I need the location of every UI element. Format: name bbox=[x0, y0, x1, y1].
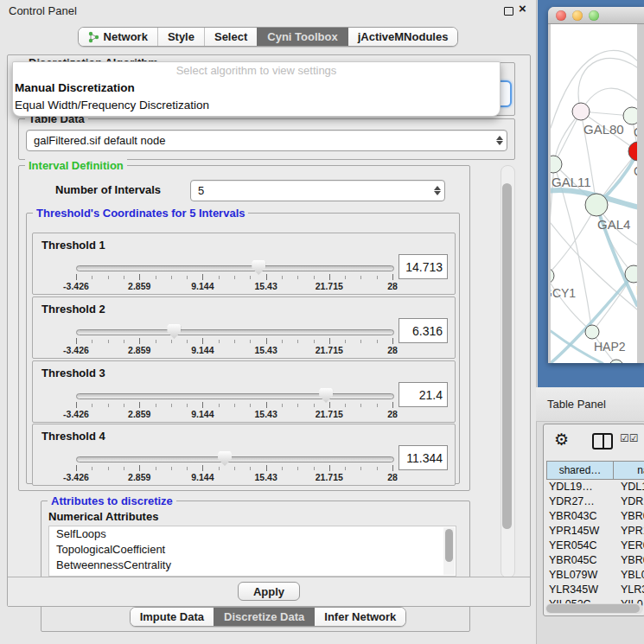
network-node[interactable] bbox=[572, 103, 590, 120]
slider-ticks bbox=[76, 465, 392, 472]
slider-thumb[interactable] bbox=[167, 324, 181, 339]
slider-track[interactable] bbox=[76, 456, 394, 462]
close-panel-icon[interactable]: × bbox=[519, 1, 526, 16]
cell-name[interactable]: YBL0 bbox=[616, 568, 644, 583]
tab-style[interactable]: Style bbox=[157, 28, 204, 46]
network-node[interactable] bbox=[628, 142, 637, 161]
slider-tick-labels: -3.4262.8599.14415.4321.71528 bbox=[76, 281, 392, 291]
tick-mark bbox=[124, 276, 124, 279]
cell-shared-name[interactable]: YER054C bbox=[546, 539, 616, 553]
table-row[interactable]: YDR27…YDR2 bbox=[546, 494, 644, 509]
scrollbar-thumb[interactable] bbox=[502, 183, 512, 529]
threshold-value-field[interactable] bbox=[399, 318, 448, 343]
network-edge[interactable] bbox=[551, 205, 596, 277]
tab-network[interactable]: Network bbox=[79, 28, 157, 46]
cell-name[interactable]: YDL1 bbox=[616, 480, 644, 494]
threshold-value-field[interactable] bbox=[399, 445, 448, 470]
network-edge[interactable] bbox=[596, 205, 634, 274]
network-node[interactable] bbox=[623, 107, 637, 124]
tick-mark bbox=[360, 467, 361, 470]
table-horizontal-scrollbar[interactable] bbox=[545, 603, 643, 614]
table-data-combo[interactable]: galFiltered.sif default node bbox=[26, 130, 507, 151]
tick-mark bbox=[187, 467, 188, 470]
zoom-button[interactable] bbox=[589, 10, 599, 21]
threshold-value-field[interactable] bbox=[399, 254, 448, 279]
cell-name[interactable]: YLR3 bbox=[616, 583, 644, 597]
cell-shared-name[interactable]: YDL19… bbox=[546, 480, 616, 494]
column-header-name[interactable]: na bbox=[613, 461, 644, 480]
attribute-item[interactable]: SelfLoops bbox=[49, 526, 456, 542]
network-edge[interactable] bbox=[551, 277, 592, 332]
column-checkbox-icons[interactable]: ☑☑ bbox=[620, 432, 639, 444]
table-row[interactable]: YBR043CYBR0 bbox=[546, 509, 644, 524]
slider-thumb[interactable] bbox=[319, 388, 333, 403]
tick-label: 15.43 bbox=[254, 472, 277, 482]
tab-infer-network[interactable]: Infer Network bbox=[314, 608, 405, 626]
attributes-list-scrollbar[interactable] bbox=[443, 527, 455, 575]
split-view-icon[interactable] bbox=[592, 433, 613, 450]
slider-track[interactable] bbox=[76, 393, 394, 399]
attribute-item[interactable]: TopologicalCoefficient bbox=[49, 542, 456, 558]
minimize-button[interactable] bbox=[572, 10, 583, 21]
threshold-slider[interactable]: -3.4262.8599.14415.4321.71528 bbox=[76, 450, 392, 483]
float-panel-icon[interactable] bbox=[504, 7, 513, 16]
table-row[interactable]: YLR345WYLR3 bbox=[546, 583, 644, 597]
cell-name[interactable]: YDR2 bbox=[616, 494, 644, 509]
table-row[interactable]: YBL079WYBL0 bbox=[546, 568, 644, 583]
cell-shared-name[interactable]: YBR043C bbox=[546, 509, 616, 524]
scrollbar-thumb[interactable] bbox=[546, 604, 640, 613]
network-node[interactable] bbox=[585, 325, 599, 339]
table-row[interactable]: YBR045CYBR0 bbox=[546, 553, 644, 568]
column-header-shared[interactable]: shared… bbox=[546, 461, 614, 480]
cell-shared-name[interactable]: YBR045C bbox=[546, 553, 616, 568]
threshold-slider[interactable]: -3.4262.8599.14415.4321.71528 bbox=[76, 387, 392, 420]
cell-name[interactable]: YBR0 bbox=[616, 553, 644, 568]
network-node[interactable] bbox=[609, 360, 623, 363]
gear-icon[interactable]: ⚙ bbox=[554, 430, 569, 450]
slider-ticks bbox=[76, 402, 392, 409]
tick-mark bbox=[219, 276, 220, 279]
cell-shared-name[interactable]: YPR145W bbox=[546, 524, 616, 539]
slider-track[interactable] bbox=[76, 265, 394, 271]
network-canvas[interactable]: GAL80GCGAL11GAL4GCY1HHAP2 bbox=[551, 24, 637, 363]
popup-option-manual[interactable]: Manual Discretization bbox=[13, 80, 500, 97]
apply-button[interactable]: Apply bbox=[238, 582, 300, 601]
panel-vertical-scrollbar[interactable] bbox=[501, 165, 515, 578]
num-intervals-combo[interactable]: 5 bbox=[190, 180, 445, 201]
network-edge[interactable] bbox=[578, 58, 637, 112]
tab-discretize-data[interactable]: Discretize Data bbox=[214, 608, 314, 626]
tab-jactivemnodules[interactable]: jActiveMNodules bbox=[348, 28, 458, 46]
threshold-slider[interactable]: -3.4262.8599.14415.4321.71528 bbox=[76, 259, 392, 292]
tab-cyni-toolbox[interactable]: Cyni Toolbox bbox=[257, 28, 347, 46]
tick-mark bbox=[377, 276, 378, 279]
slider-thumb[interactable] bbox=[252, 260, 265, 275]
network-node[interactable] bbox=[585, 194, 608, 216]
tick-mark bbox=[329, 274, 330, 280]
table-row[interactable]: YPR145WYPR1 bbox=[546, 524, 644, 539]
network-window-titlebar[interactable] bbox=[548, 7, 644, 24]
cell-shared-name[interactable]: YBL079W bbox=[546, 568, 616, 583]
threshold-slider[interactable]: -3.4262.8599.14415.4321.71528 bbox=[76, 323, 392, 356]
tab-impute-data[interactable]: Impute Data bbox=[131, 608, 214, 626]
close-button[interactable] bbox=[556, 10, 566, 21]
tab-select[interactable]: Select bbox=[204, 28, 257, 46]
tab-label: jActiveMNodules bbox=[358, 30, 449, 43]
threshold-value-field[interactable] bbox=[399, 382, 448, 407]
attributes-list[interactable]: SelfLoopsTopologicalCoefficientBetweenne… bbox=[48, 526, 456, 577]
table-row[interactable]: YDL19…YDL1 bbox=[546, 480, 644, 494]
tick-mark bbox=[219, 340, 220, 343]
tick-mark bbox=[314, 340, 315, 343]
network-node-label: GAL11 bbox=[552, 175, 591, 189]
slider-track[interactable] bbox=[76, 329, 394, 335]
attribute-item[interactable]: BetweennessCentrality bbox=[49, 558, 456, 573]
cell-shared-name[interactable]: YLR345W bbox=[546, 583, 616, 597]
popup-option-equal-width[interactable]: Equal Width/Frequency Discretization bbox=[13, 97, 500, 114]
cell-name[interactable]: YER0 bbox=[616, 539, 644, 553]
network-node[interactable] bbox=[551, 268, 554, 284]
cell-name[interactable]: YPR1 bbox=[616, 524, 644, 539]
table-row[interactable]: YER054CYER0 bbox=[546, 539, 644, 553]
cell-shared-name[interactable]: YDR27… bbox=[546, 494, 616, 509]
cell-name[interactable]: YBR0 bbox=[616, 509, 644, 524]
threshold-label: Threshold 2 bbox=[41, 303, 105, 316]
slider-thumb[interactable] bbox=[218, 451, 232, 466]
